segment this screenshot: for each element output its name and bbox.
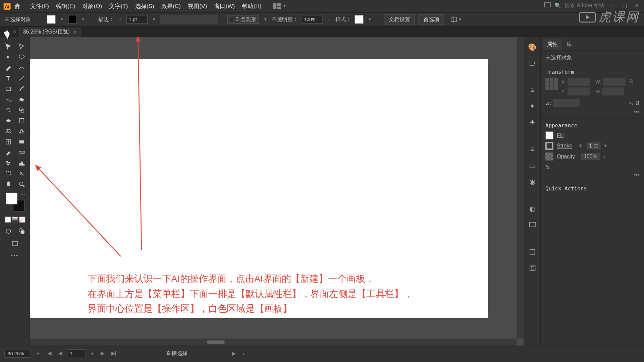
tab-libraries[interactable]: 库 [562,39,576,50]
opacity-input[interactable] [302,15,323,24]
column-graph-tool[interactable] [15,158,28,168]
variable-width-profile[interactable] [160,15,217,24]
width-tool[interactable] [2,116,14,125]
fill-dropdown-icon[interactable]: ▼ [59,15,65,24]
curvature-tool[interactable] [15,63,28,72]
shape-builder-tool[interactable] [2,126,14,136]
flip-vertical-icon[interactable]: ⇵ [635,100,640,106]
maximize-button[interactable]: ▢ [620,2,629,8]
stroke-weight-input[interactable] [126,15,148,24]
transparency-panel-icon[interactable]: ▭ [527,160,538,171]
close-button[interactable]: ✕ [633,2,641,8]
screen-mode-button[interactable] [9,239,21,248]
menu-edit[interactable]: 编辑(E) [52,0,78,12]
graphic-styles-panel-icon[interactable]: ◐ [527,203,538,214]
edit-toolbar-button[interactable]: ••• [11,253,19,258]
color-mode-gradient[interactable] [12,217,18,223]
menu-view[interactable]: 视图(V) [184,0,211,12]
rotate-tool[interactable] [2,105,14,115]
y-field[interactable]: Y: [561,87,591,96]
canvas-area[interactable]: 下面我们来认识一下AI的操作界面，点击AI界面的【新建】一个画板， 在界面上方是… [30,37,524,346]
lasso-tool[interactable] [15,52,28,62]
eraser-tool[interactable] [15,95,28,104]
scale-tool[interactable] [15,105,28,115]
last-artboard-button[interactable]: ▶| [110,351,117,356]
menu-file[interactable]: 文件(F) [26,0,52,12]
first-artboard-button[interactable]: |◀ [45,351,53,356]
mesh-tool[interactable] [2,137,14,147]
artboards-panel-icon[interactable] [527,262,538,273]
eyedropper-tool[interactable] [2,147,14,157]
color-mode-solid[interactable] [5,217,11,223]
search-icon[interactable]: 🔍 [554,2,561,8]
draw-normal-icon[interactable] [2,226,14,236]
h-field[interactable]: H: [595,87,625,96]
appearance-panel-icon[interactable]: ◉ [527,176,538,187]
direct-selection-tool[interactable] [15,42,28,51]
stroke-stepper-icon[interactable]: ≑ [118,15,123,24]
pen-tool[interactable] [2,63,14,72]
free-transform-tool[interactable] [15,116,28,125]
horizontal-scrollbar[interactable] [30,339,517,346]
menu-object[interactable]: 对象(O) [79,0,106,12]
menu-select[interactable]: 选择(S) [131,0,158,12]
symbol-sprayer-tool[interactable] [2,158,14,168]
line-segment-tool[interactable] [15,73,28,83]
magic-wand-tool[interactable]: ✦ [2,52,14,62]
flip-horizontal-icon[interactable]: ⇋ [629,100,633,106]
more-options-icon[interactable]: ••• [545,109,640,115]
style-dropdown-icon[interactable]: ▼ [367,15,373,24]
menu-effect[interactable]: 效果(C) [158,0,184,12]
asset-export-panel-icon[interactable]: ❐ [527,247,538,257]
vertical-scrollbar[interactable] [517,37,524,339]
artboard-tool[interactable] [2,169,14,179]
color-panel-icon[interactable]: 🎨 [527,42,538,52]
stroke-panel-icon[interactable]: ≡ [527,85,538,96]
menu-type[interactable]: 文字(T) [106,0,131,12]
brush-dropdown-icon[interactable]: ▼ [263,15,268,24]
layers-panel-icon[interactable] [527,219,538,230]
opacity-popup-icon[interactable]: › [326,15,332,24]
menu-window[interactable]: 窗口(W) [211,0,238,12]
align-to-button[interactable]: ▼ [450,15,463,24]
appearance-fill-swatch[interactable] [545,131,553,139]
fill-swatch[interactable] [47,15,56,24]
swap-colors-icon[interactable]: ⤺ [21,192,25,197]
draw-behind-icon[interactable] [15,226,28,236]
status-scroll-left-icon[interactable]: ‹ [243,350,245,356]
stroke-dropdown-icon[interactable]: ▼ [80,15,86,24]
type-tool[interactable]: T [2,73,14,83]
minimize-button[interactable]: ─ [608,2,616,8]
gradient-panel-icon[interactable]: ✦ [527,101,538,112]
arrange-documents-button[interactable]: ▼ [273,3,287,9]
document-setup-button[interactable]: 文档设置 [384,14,415,25]
slice-tool[interactable] [15,169,28,179]
brushes-panel-icon[interactable]: ≡ [527,144,538,155]
brush-definition[interactable]: 3 点圆形 [227,15,259,24]
graphic-style-swatch[interactable] [355,15,364,24]
appearance-stroke-swatch[interactable] [545,142,553,150]
close-tab-icon[interactable]: × [11,29,19,35]
prev-artboard-button[interactable]: ◀ [57,351,63,356]
appearance-opacity-value[interactable]: 100% [581,153,600,160]
fill-color-icon[interactable] [5,193,17,204]
paintbrush-tool[interactable] [15,84,28,94]
symbols-panel-icon[interactable]: ♣ [527,117,538,127]
selection-tool[interactable] [2,42,14,51]
search-help[interactable]: 搜索 Adobe 帮助 [565,2,604,9]
appearance-more-icon[interactable]: ••• [545,172,640,178]
preferences-button[interactable]: 首选项 [419,14,444,25]
stroke-swatch[interactable] [68,15,77,24]
link-wh-icon[interactable]: ⎘ [629,78,633,85]
x-field[interactable]: X: [561,78,591,86]
reference-point-widget[interactable] [545,78,558,90]
next-artboard-button[interactable]: ▶ [100,351,106,356]
gradient-tool[interactable] [15,137,28,147]
perspective-grid-tool[interactable] [15,126,28,136]
appearance-opacity-swatch[interactable] [545,153,553,161]
tab-properties[interactable]: 属性 [543,39,562,50]
blend-tool[interactable] [15,147,28,157]
rectangle-tool[interactable] [2,84,14,94]
fill-stroke-color[interactable]: ⤺ [5,193,24,211]
close-document-icon[interactable]: × [73,29,76,35]
